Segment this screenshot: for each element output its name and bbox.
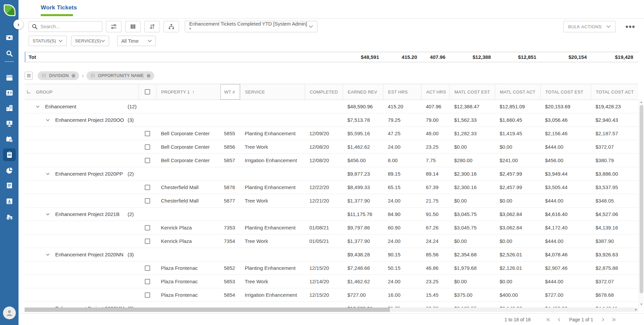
purchasing-icon[interactable] [5,197,13,205]
column-header-matl-cost-act[interactable]: MATL COST ACT [495,84,540,100]
user-avatar[interactable] [3,306,16,319]
sort-button[interactable] [144,21,160,32]
status-filter[interactable]: STATUS(S) [29,36,67,46]
column-header-service[interactable]: SERVICE [240,84,305,100]
cell-wt: 5854 [221,288,240,301]
column-header-total-cost-act[interactable]: TOTAL COST ACT [591,84,638,100]
column-header-label: EST HRS [388,89,408,95]
scroll-down-arrow-icon[interactable]: ▼ [639,302,644,306]
group-row[interactable]: Enhancement Project 2020OO(3)$7,513.7879… [25,113,638,127]
calendar-icon[interactable] [5,74,13,82]
columns-button[interactable] [125,21,141,32]
saved-view-selector[interactable]: Enhancement Tickets Completed YTD [Syste… [185,21,317,32]
service-filter[interactable]: SERVICE(S) [71,36,109,46]
row-checkbox[interactable] [145,239,150,244]
tab-work-tickets[interactable]: Work Tickets [41,4,77,11]
column-header-total-cost-est[interactable]: TOTAL COST EST [540,84,591,100]
row-checkbox[interactable] [145,292,150,298]
group-row[interactable]: Enhancement Project 2021B(2)$11,175.7684… [25,208,638,221]
cell-total_cost_act: $19,428.23 [591,100,638,113]
ticket-row[interactable]: Chesterfield Mall5877Tree Work12/21/20$1… [25,194,638,208]
search-icon[interactable] [5,49,13,58]
group-expand-chevron-icon[interactable] [46,119,50,121]
cell-est_hrs: 84.90 [383,208,421,221]
column-header-act-hrs[interactable]: ACT HRS [421,84,449,100]
ticket-row[interactable]: Bell Corporate Center5857Irrigation Enha… [25,154,638,167]
more-options-button[interactable]: ••• [625,25,635,28]
row-checkbox[interactable] [145,279,150,284]
group-chip-division[interactable]: DIVISION ⊗ [38,71,79,80]
cell-group [25,140,138,153]
ticket-row[interactable]: Bell Corporate Center5856Tree Work12/08/… [25,140,638,154]
sidebar-expand-button[interactable]: › [13,20,23,29]
group-expand-chevron-icon[interactable] [36,105,40,108]
column-header-est-hrs[interactable]: EST HRS [383,84,421,100]
column-header-checkbox[interactable] [138,84,156,100]
reports-icon[interactable] [5,167,13,175]
row-checkbox[interactable] [145,198,150,204]
app-logo[interactable] [2,3,17,17]
vertical-scrollbar[interactable]: ▲ ▼ [639,100,644,307]
row-checkbox[interactable] [145,144,150,150]
scroll-right-arrow-icon[interactable]: ► [635,308,638,312]
group-row[interactable]: Enhancement Project 2020NN(3)$9,438.2890… [25,248,638,261]
ticket-row[interactable]: Chesterfield Mall5876Planting Enhancemen… [25,181,638,194]
row-checkbox[interactable] [145,185,150,190]
group-expand-chevron-icon[interactable] [46,213,50,216]
ticket-row[interactable]: Plaza Frontenac5852Planting Enhancement1… [25,261,638,275]
vertical-scrollbar-thumb[interactable] [640,105,643,293]
column-header-earned-rev[interactable]: EARNED REV [343,84,383,100]
invoicing-icon[interactable] [5,182,13,190]
first-page-button[interactable] [546,317,551,322]
remove-chip-icon[interactable]: ⊗ [71,73,76,78]
filter-settings-button[interactable] [106,21,122,32]
group-expand-chevron-icon[interactable] [46,253,50,256]
column-header-matl-cost-est[interactable]: MATL COST EST [449,84,495,100]
cell-est_hrs: 16.00 [383,288,421,301]
group-hierarchy-button[interactable] [164,21,179,32]
remove-chip-icon[interactable]: ⊗ [146,73,151,78]
cell-matl_cost_act: $3,062.84 [495,208,540,221]
row-checkbox[interactable] [145,131,150,136]
search-input[interactable] [29,21,102,32]
properties-icon[interactable] [5,104,13,112]
ticket-row[interactable]: Kenrick Plaza7354Tree Work01/05/21$1,377… [25,234,638,248]
row-checkbox[interactable] [145,158,150,163]
group-chip-opportunity-name[interactable]: OPPORTUNITY NAME ⊗ [87,71,154,80]
column-header-completed[interactable]: COMPLETED [305,84,343,100]
cell-matl_cost_est: $3,045.75 [449,208,495,221]
date-range-filter[interactable]: All Time [117,36,156,46]
ticket-row[interactable]: Plaza Frontenac5854Irrigation Enhancemen… [25,288,638,302]
column-header-group[interactable]: GROUP [25,84,138,100]
row-checkbox[interactable] [145,265,150,271]
group-row[interactable]: Enhancement Project 2020PP(2)$9,877.2389… [25,167,638,181]
cell-act_hrs: 85.56 [421,248,449,261]
payments-icon[interactable] [5,34,13,42]
select-all-checkbox[interactable] [145,89,150,95]
group-expand-chevron-icon[interactable] [46,173,50,175]
horizontal-scrollbar[interactable]: ► [25,308,638,312]
cell-act_hrs: 67.26 [421,221,449,234]
row-checkbox[interactable] [145,225,150,230]
contacts-icon[interactable] [5,89,13,97]
cell-checkbox [138,261,156,275]
scroll-up-arrow-icon[interactable]: ▲ [639,100,644,104]
ticket-row[interactable]: Plaza Frontenac5853Tree Work12/14/20$1,4… [25,275,638,288]
cell-service: Irrigation Enhancement [240,154,305,167]
opportunities-icon[interactable] [5,119,13,128]
work-tickets-icon[interactable] [5,151,13,159]
column-header-property[interactable]: PROPERTY 1 ↑ [156,84,221,100]
bulk-actions-button[interactable]: BULK ACTIONS [563,21,616,32]
next-page-button[interactable] [601,317,605,322]
horizontal-scrollbar-thumb[interactable] [25,308,390,312]
ticket-row[interactable]: Bell Corporate Center5855Planting Enhanc… [25,127,638,140]
last-page-button[interactable] [611,317,616,322]
column-header-wt[interactable]: WT # [221,84,240,100]
ticket-row[interactable]: Kenrick Plaza7353Planting Enhancement01/… [25,221,638,234]
cell-matl_cost_est: $375.00 [449,288,495,301]
group-row[interactable]: Enhancement(12)$48,590.96415.20407.96$12… [25,100,638,113]
equipment-icon[interactable] [5,213,13,221]
previous-page-button[interactable] [557,317,562,322]
scheduling-icon[interactable] [5,135,13,143]
group-row[interactable]: Enhancement Project 2020MM(2)$10,585.917… [25,302,638,308]
